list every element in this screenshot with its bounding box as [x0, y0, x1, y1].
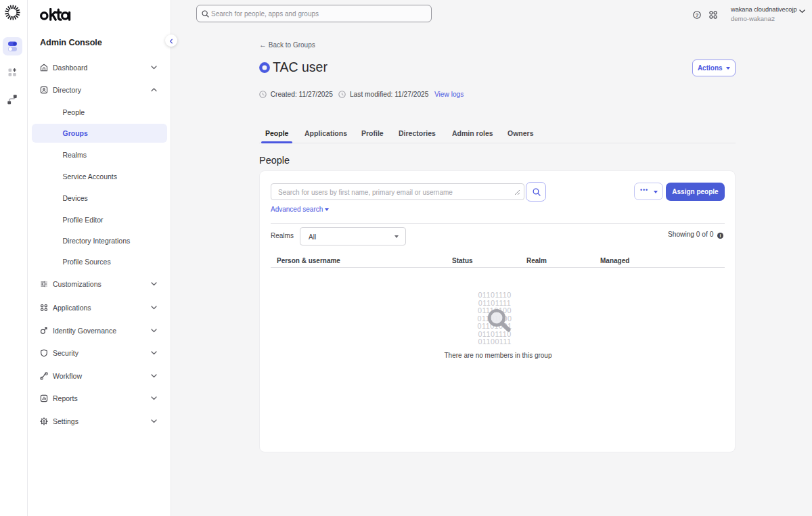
svg-text:?: ? [696, 11, 699, 18]
